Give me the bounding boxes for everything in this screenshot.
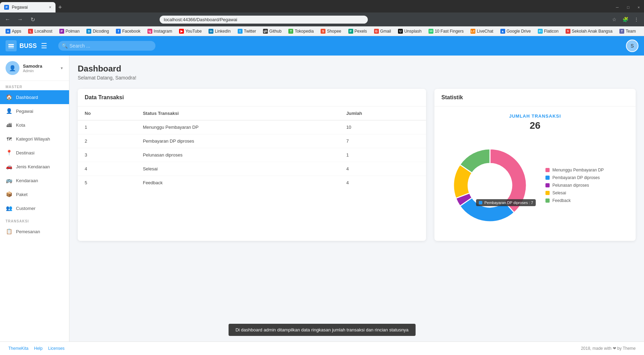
hamburger-btn[interactable]: ☰ bbox=[41, 42, 47, 50]
cell-no: 5 bbox=[78, 176, 136, 190]
sidebar-item-pemesanan[interactable]: 📋 Pemesanan bbox=[0, 225, 69, 238]
master-section-label: MASTER bbox=[0, 81, 69, 90]
page-content: Dashboard Selamat Datang, Samodra! Data … bbox=[69, 56, 644, 341]
footer-right-text: 2018, made with ❤ by Theme bbox=[581, 346, 636, 351]
bookmark-youtube[interactable]: ▶ YouTube bbox=[176, 28, 204, 34]
close-btn[interactable]: × bbox=[634, 1, 644, 14]
bookmark-localhost[interactable]: L Localhost bbox=[25, 28, 55, 34]
bookmark-livechat[interactable]: LC LiveChat bbox=[468, 28, 496, 34]
table-row: 4 Selesai 4 bbox=[78, 162, 426, 176]
dicoding-icon: D bbox=[86, 29, 91, 34]
sidebar-item-pegawai[interactable]: 👤 Pegawai bbox=[0, 104, 69, 118]
footer-links: ThemeKita Help Licenses bbox=[8, 346, 65, 351]
svg-rect-0 bbox=[8, 44, 14, 45]
sidebar-item-dashboard[interactable]: 🏠 Dashboard bbox=[0, 90, 69, 104]
bookmark-dicoding[interactable]: D Dicoding bbox=[84, 28, 112, 34]
sidebar-item-kategori-wilayah[interactable]: 🗺 Kategori Wilayah bbox=[0, 132, 69, 146]
bookmark-sab[interactable]: S Sekolah Anak Bangsa bbox=[563, 28, 615, 34]
extension-icon[interactable]: 🧩 bbox=[620, 15, 630, 24]
transaksi-section-label: TRANSAKSI bbox=[0, 215, 69, 225]
forward-btn[interactable]: → bbox=[15, 15, 25, 24]
footer-link-licenses[interactable]: Licenses bbox=[48, 346, 65, 351]
legend-label: Selesai bbox=[552, 191, 566, 195]
jumlah-value: 26 bbox=[441, 120, 629, 131]
user-avatar[interactable]: S bbox=[626, 40, 638, 52]
youtube-icon: ▶ bbox=[179, 29, 184, 34]
chart-tooltip: Pembayaran DP diproses : 7 bbox=[476, 199, 536, 206]
bookmark-flaticon[interactable]: Fi Flaticon bbox=[535, 28, 561, 34]
settings-icon[interactable]: ⋮ bbox=[632, 15, 641, 24]
bookmark-github[interactable]: gh Github bbox=[260, 28, 284, 34]
user-section: 👤 Samodra Admin ▼ bbox=[0, 56, 69, 81]
bookmark-facebook[interactable]: f Facebook bbox=[113, 28, 143, 34]
localhost-icon: L bbox=[28, 29, 33, 34]
chart-area: Pembayaran DP diproses : 7 Menunggu Pemb… bbox=[441, 137, 629, 234]
bookmark-gmail[interactable]: G Gmail bbox=[371, 28, 394, 34]
tooltip-bar-text: Di dashboard admin ditampilkan data ring… bbox=[236, 327, 409, 332]
tab-favicon: P bbox=[4, 5, 9, 10]
search-input[interactable] bbox=[58, 41, 155, 51]
user-dropdown-icon[interactable]: ▼ bbox=[60, 66, 63, 70]
col-no: No bbox=[78, 107, 136, 120]
back-btn[interactable]: ← bbox=[3, 15, 12, 24]
bookmark-shopee[interactable]: S Shopee bbox=[318, 28, 344, 34]
sidebar-item-destinasi[interactable]: 📍 Destinasi bbox=[0, 146, 69, 160]
linkedin-icon: in bbox=[209, 29, 213, 34]
bookmark-tokopedia-label: Tokopedia bbox=[295, 29, 314, 34]
bookmark-linkedin[interactable]: in LinkedIn bbox=[206, 28, 233, 34]
sidebar-item-customer[interactable]: 👥 Customer bbox=[0, 201, 69, 215]
kota-icon: 🏙 bbox=[6, 121, 12, 128]
bookmark-gdrive[interactable]: ▲ Google Drive bbox=[498, 28, 534, 34]
bookmark-polman[interactable]: P Polman bbox=[57, 28, 83, 34]
sidebar-item-kendaraan[interactable]: 🚌 Kendaraan bbox=[0, 174, 69, 187]
address-bar: ← → ↻ ☆ 🧩 ⋮ bbox=[0, 12, 644, 26]
minimize-btn[interactable]: ─ bbox=[612, 1, 623, 14]
footer: ThemeKita Help Licenses 2018, made with … bbox=[0, 341, 644, 355]
donut-chart: Pembayaran DP diproses : 7 bbox=[441, 137, 539, 234]
search-icon: 🔍 bbox=[62, 43, 68, 49]
bookmark-tokopedia[interactable]: T Tokopedia bbox=[286, 28, 316, 34]
legend-label: Feedback bbox=[552, 198, 571, 203]
sidebar-item-jenis-kendaraan[interactable]: 🚗 Jenis Kendaraan bbox=[0, 160, 69, 174]
sidebar-item-kota[interactable]: 🏙 Kota bbox=[0, 118, 69, 132]
instagram-icon: ig bbox=[147, 29, 152, 34]
col-jumlah: Jumlah bbox=[339, 107, 426, 120]
sidebar-item-paket[interactable]: 📦 Paket bbox=[0, 187, 69, 201]
bookmark-unsplash[interactable]: U Unsplash bbox=[395, 28, 424, 34]
bookmark-linkedin-label: LinkedIn bbox=[215, 29, 230, 34]
10ff-icon: 10 bbox=[429, 29, 433, 34]
active-tab[interactable]: P Pegawai × bbox=[0, 2, 56, 12]
tooltip-text: Pembayaran DP diproses : 7 bbox=[484, 201, 533, 205]
footer-link-help[interactable]: Help bbox=[34, 346, 43, 351]
sidebar-item-destinasi-label: Destinasi bbox=[16, 150, 34, 155]
bookmark-twitter[interactable]: t Twitter bbox=[235, 28, 259, 34]
brand-icon bbox=[6, 40, 17, 51]
bookmark-team[interactable]: T Team bbox=[617, 28, 638, 34]
tab-close-btn[interactable]: × bbox=[49, 5, 51, 10]
reload-btn[interactable]: ↻ bbox=[28, 15, 37, 24]
footer-link-themekita[interactable]: ThemeKita bbox=[8, 346, 28, 351]
cell-status: Menunggu Pembayaran DP bbox=[136, 120, 339, 134]
bookmark-pexels[interactable]: P Pexels bbox=[346, 28, 370, 34]
kendaraan-icon: 🚌 bbox=[6, 177, 12, 184]
bookmark-livechat-label: LiveChat bbox=[477, 29, 493, 34]
bookmark-10ff[interactable]: 10 10 Fast Fingers bbox=[426, 28, 466, 34]
statistik-title: Statistik bbox=[441, 94, 463, 100]
tab-title: Pegawai bbox=[12, 5, 28, 10]
bookmark-apps[interactable]: A Apps bbox=[3, 28, 24, 34]
tooltip-color-dot bbox=[479, 201, 482, 204]
kategori-wilayah-icon: 🗺 bbox=[6, 135, 12, 142]
cell-jumlah: 4 bbox=[339, 176, 426, 190]
bookmark-instagram[interactable]: ig Instagram bbox=[145, 28, 175, 34]
data-transaksi-table: No Status Transaksi Jumlah 1 Menunggu Pe… bbox=[78, 107, 426, 189]
sidebar-item-paket-label: Paket bbox=[16, 192, 27, 197]
jenis-kendaraan-icon: 🚗 bbox=[6, 163, 12, 170]
legend-color-dot bbox=[545, 176, 550, 180]
legend-color-dot bbox=[545, 191, 550, 195]
new-tab-btn[interactable]: + bbox=[56, 4, 65, 11]
url-input[interactable] bbox=[160, 16, 368, 24]
data-transaksi-header: Data Transaksi bbox=[78, 89, 426, 107]
maximize-btn[interactable]: □ bbox=[623, 1, 634, 14]
table-row: 1 Menunggu Pembayaran DP 10 bbox=[78, 120, 426, 134]
bookmark-star-icon[interactable]: ☆ bbox=[609, 15, 619, 24]
